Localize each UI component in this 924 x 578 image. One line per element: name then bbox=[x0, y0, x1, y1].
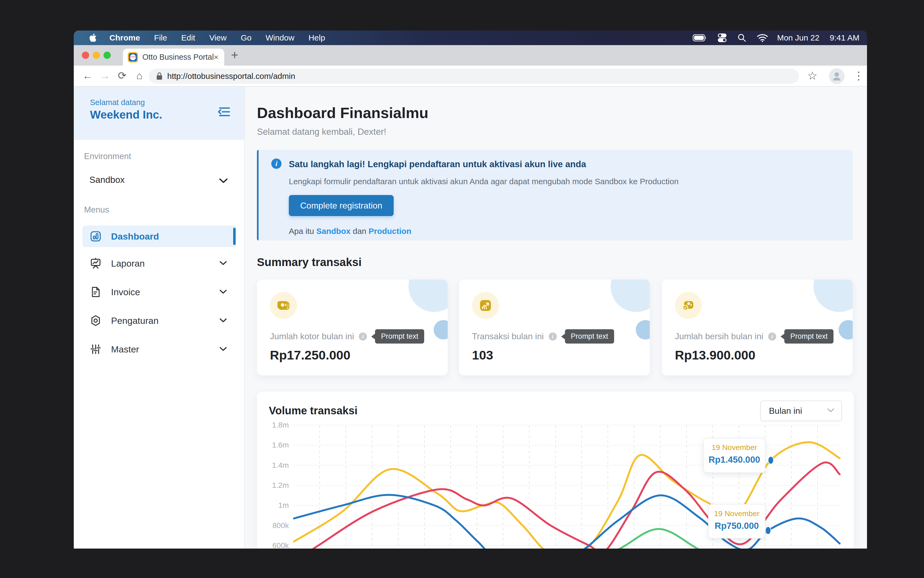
sidebar-item-pengaturan[interactable]: Pengaturan bbox=[83, 310, 236, 331]
card-value: Rp17.250.000 bbox=[270, 347, 351, 362]
summary-card-transactions: Transaksi bulan ini i Prompt text 103 bbox=[459, 279, 650, 375]
macos-menubar: Chrome File Edit View Go Window Help Mon… bbox=[74, 31, 867, 45]
sidebar-item-invoice[interactable]: Invoice bbox=[83, 281, 236, 303]
browser-tab[interactable]: OTTO Otto Business Portal × bbox=[123, 49, 224, 66]
active-indicator bbox=[233, 228, 235, 245]
menubar-app-name[interactable]: Chrome bbox=[109, 33, 140, 42]
summary-heading: Summary transaksi bbox=[257, 256, 362, 269]
back-icon[interactable]: ← bbox=[81, 66, 94, 87]
info-icon[interactable]: i bbox=[549, 333, 557, 341]
home-icon[interactable]: ⌂ bbox=[133, 66, 146, 87]
tab-close-icon[interactable]: × bbox=[214, 53, 219, 62]
company-name: Weekend Inc. bbox=[90, 108, 162, 121]
menubar-window[interactable]: Window bbox=[266, 33, 294, 42]
production-link[interactable]: Production bbox=[369, 227, 411, 235]
summary-card-gross: Jumlah kotor bulan ini i Prompt text Rp1… bbox=[257, 279, 448, 375]
browser-toolbar: ← → ⟳ ⌂ http://ottobusinessportal.com/ad… bbox=[74, 66, 867, 87]
y-axis-tick: 600k bbox=[265, 540, 289, 549]
chart-up-icon bbox=[472, 292, 499, 319]
environment-select[interactable]: Sandbox bbox=[84, 172, 235, 190]
decorative-circle bbox=[636, 320, 650, 339]
menubar-date[interactable]: Mon Jun 22 bbox=[777, 33, 819, 42]
browser-menu-icon[interactable]: ⋮ bbox=[853, 66, 864, 87]
decorative-circle bbox=[409, 279, 448, 312]
spotlight-search-icon[interactable] bbox=[737, 34, 746, 42]
banner-footer-prefix: Apa itu bbox=[289, 227, 317, 235]
sidebar-item-laporan[interactable]: Laporan bbox=[83, 253, 236, 274]
sidebar-item-master[interactable]: Master bbox=[83, 338, 236, 360]
collapse-sidebar-icon[interactable] bbox=[217, 104, 232, 120]
registration-banner: i Satu langkah lagi! Lengkapi pendaftara… bbox=[257, 150, 853, 240]
sandbox-link[interactable]: Sandbox bbox=[317, 227, 351, 235]
chevron-down-icon bbox=[219, 346, 227, 353]
tooltip-value: Rp750.000 bbox=[709, 521, 765, 531]
tab-title: Otto Business Portal bbox=[142, 53, 214, 62]
maximize-window-button[interactable] bbox=[104, 52, 111, 59]
y-axis-tick: 1.2m bbox=[265, 480, 289, 491]
page-content: Selamat datang Weekend Inc. Environment … bbox=[74, 87, 867, 549]
prompt-tooltip: Prompt text bbox=[375, 329, 424, 344]
period-filter-dropdown[interactable]: Bulan ini bbox=[760, 401, 842, 421]
wallet-check-icon bbox=[675, 292, 702, 319]
desktop-background: Chrome File Edit View Go Window Help Mon… bbox=[0, 0, 924, 578]
menubar-help[interactable]: Help bbox=[309, 33, 325, 42]
dashboard-icon bbox=[89, 231, 102, 242]
profile-avatar[interactable] bbox=[829, 68, 844, 84]
y-axis-tick: 1m bbox=[265, 500, 289, 511]
menubar-file[interactable]: File bbox=[154, 33, 167, 42]
sidebar: Selamat datang Weekend Inc. Environment … bbox=[74, 87, 245, 549]
minimize-window-button[interactable] bbox=[93, 52, 100, 59]
report-icon bbox=[89, 257, 102, 269]
apple-icon[interactable] bbox=[89, 33, 97, 42]
page-title: Dashboard Finansialmu bbox=[257, 104, 429, 122]
address-bar[interactable]: http://ottobusinessportal.com/admin bbox=[149, 68, 799, 84]
chevron-down-icon bbox=[219, 177, 228, 185]
url-text[interactable]: http://ottobusinessportal.com/admin bbox=[167, 71, 295, 81]
chart-title: Volume transaksi bbox=[269, 404, 357, 417]
sidebar-item-dashboard[interactable]: Dashboard bbox=[83, 226, 236, 247]
card-label: Jumlah kotor bulan ini bbox=[270, 331, 354, 341]
y-axis-tick: 800k bbox=[265, 520, 289, 531]
reload-icon[interactable]: ⟳ bbox=[115, 66, 129, 87]
decorative-circle bbox=[434, 320, 448, 339]
info-icon[interactable]: i bbox=[359, 333, 367, 341]
menubar-go[interactable]: Go bbox=[241, 33, 252, 42]
chevron-down-icon bbox=[827, 408, 835, 414]
menus-section-label: Menus bbox=[84, 205, 109, 215]
battery-icon[interactable] bbox=[693, 34, 707, 41]
decorative-circle bbox=[611, 279, 650, 312]
banner-footer-middle: dan bbox=[351, 227, 369, 235]
settings-icon bbox=[89, 315, 102, 326]
y-axis-tick: 1.6m bbox=[265, 440, 289, 451]
invoice-document-icon bbox=[89, 286, 102, 298]
environment-value: Sandbox bbox=[89, 175, 125, 185]
period-filter-value: Bulan ini bbox=[769, 406, 802, 416]
menubar-edit[interactable]: Edit bbox=[181, 33, 195, 42]
sidebar-item-label: Dashboard bbox=[111, 231, 159, 242]
info-icon[interactable]: i bbox=[768, 333, 776, 341]
info-icon: i bbox=[271, 159, 281, 169]
control-center-icon[interactable] bbox=[718, 33, 727, 42]
main-panel: Dashboard Finansialmu Selamat datang kem… bbox=[245, 87, 867, 549]
summary-card-net: Jumlah bersih bulan ini i Prompt text Rp… bbox=[662, 279, 853, 375]
tooltip-date: 19 November bbox=[709, 510, 765, 518]
wifi-icon[interactable] bbox=[757, 34, 768, 42]
menubar-time[interactable]: 9:41 AM bbox=[830, 33, 859, 42]
forward-icon[interactable]: → bbox=[98, 66, 112, 87]
tooltip-value: Rp1.450.000 bbox=[704, 455, 765, 465]
browser-tabbar: OTTO Otto Business Portal × + bbox=[74, 45, 867, 66]
decorative-circle bbox=[839, 320, 853, 339]
banner-body: Lengkapi formulir pendaftaran untuk akti… bbox=[289, 177, 679, 186]
y-axis-tick: 1.4m bbox=[265, 460, 289, 471]
prompt-tooltip: Prompt text bbox=[784, 329, 833, 344]
lock-icon bbox=[156, 72, 163, 81]
new-tab-button[interactable]: + bbox=[231, 45, 238, 66]
environment-section-label: Environment bbox=[84, 151, 131, 161]
menubar-view[interactable]: View bbox=[209, 33, 226, 42]
chevron-down-icon bbox=[219, 289, 227, 296]
complete-registration-button[interactable]: Complete registration bbox=[289, 195, 394, 216]
close-window-button[interactable] bbox=[82, 52, 89, 59]
prompt-tooltip: Prompt text bbox=[565, 329, 614, 344]
chart-tooltip: 19 November Rp750.000 bbox=[708, 504, 765, 539]
bookmark-star-icon[interactable]: ☆ bbox=[807, 66, 818, 87]
